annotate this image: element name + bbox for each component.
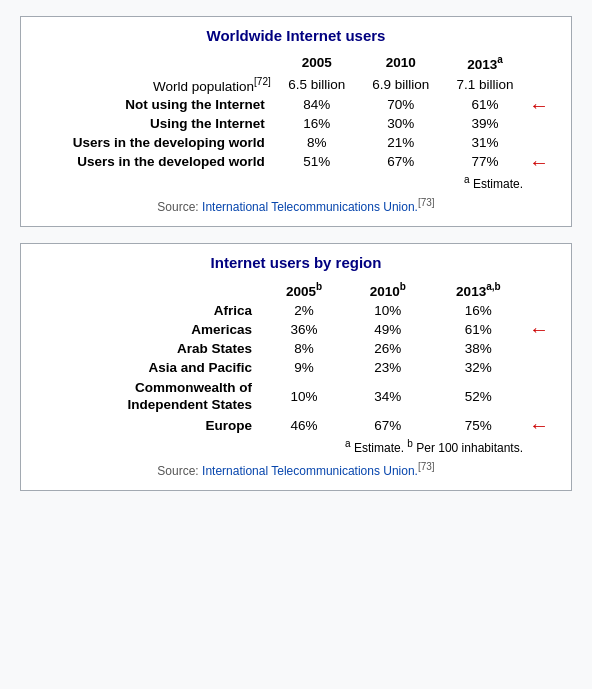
col-2010b: 2010b [346,279,430,301]
table-row: Users in the developed world 51% 67% 77%… [33,152,559,171]
source-row-2: Source: International Telecommunications… [33,457,559,480]
table1-footnote: a Estimate. [33,171,527,193]
worldwide-internet-users-table: Worldwide Internet users 2005 2010 2013a… [20,16,572,227]
footnote-row-2: a Estimate. b Per 100 inhabitants. [33,435,559,457]
americas-2005: 36% [262,320,346,339]
arrow-americas: ← [529,318,549,341]
arrow-not-using: ← [529,93,549,116]
col-2010-1: 2010 [359,52,443,74]
asia-2010: 23% [346,358,430,377]
table-row: Africa 2% 10% 16% [33,301,559,320]
table-row: Asia and Pacific 9% 23% 32% [33,358,559,377]
developed-2005: 51% [275,152,359,171]
arrow-developed: ← [529,150,549,173]
developed-2013: 77% [443,152,527,171]
table-row: Not using the Internet 84% 70% 61% ← [33,95,559,114]
world-pop-2005: 6.5 billion [275,74,359,96]
arab-2010: 26% [346,339,430,358]
world-pop-2010: 6.9 billion [359,74,443,96]
col-2005-1: 2005 [275,52,359,74]
cis-2013: 52% [430,377,527,416]
developing-2013: 31% [443,133,527,152]
developing-label: Users in the developing world [33,133,275,152]
table2-source-link[interactable]: International Telecommunications Union. [202,464,418,478]
table-row: Users in the developing world 8% 21% 31% [33,133,559,152]
developing-2010: 21% [359,133,443,152]
using-2013: 39% [443,114,527,133]
not-using-2005: 84% [275,95,359,114]
cis-label: Commonwealth ofIndependent States [33,377,262,416]
table-row: Europe 46% 67% 75% ← [33,416,559,435]
world-pop-label: World population[72] [33,74,275,96]
col-empty-2 [33,279,262,301]
asia-2013: 32% [430,358,527,377]
europe-2013: 75% [430,416,527,435]
arab-2005: 8% [262,339,346,358]
not-using-2010: 70% [359,95,443,114]
col-2013ab: 2013a,b [430,279,527,301]
table-row: Americas 36% 49% 61% ← [33,320,559,339]
footnote-row: a Estimate. [33,171,559,193]
asia-pacific-label: Asia and Pacific [33,358,262,377]
developed-label: Users in the developed world [33,152,275,171]
col-2005b: 2005b [262,279,346,301]
developed-2010: 67% [359,152,443,171]
col-empty-1 [33,52,275,74]
europe-label: Europe [33,416,262,435]
arab-2013: 38% [430,339,527,358]
developing-2005: 8% [275,133,359,152]
world-pop-2013: 7.1 billion [443,74,527,96]
africa-2013: 16% [430,301,527,320]
table1: 2005 2010 2013a World population[72] 6.5… [33,52,559,216]
cis-2010: 34% [346,377,430,416]
using-label: Using the Internet [33,114,275,133]
table1-source-link[interactable]: International Telecommunications Union. [202,200,418,214]
not-using-2013: 61% [443,95,527,114]
americas-2013: 61% [430,320,527,339]
europe-2005: 46% [262,416,346,435]
europe-2010: 67% [346,416,430,435]
arab-states-label: Arab States [33,339,262,358]
table2-source: Source: International Telecommunications… [33,457,559,480]
table2-title: Internet users by region [33,254,559,271]
table-row: World population[72] 6.5 billion 6.9 bil… [33,74,559,96]
col-2013-1: 2013a [443,52,527,74]
table-row: Commonwealth ofIndependent States 10% 34… [33,377,559,416]
americas-2010: 49% [346,320,430,339]
table-row: Using the Internet 16% 30% 39% [33,114,559,133]
using-2010: 30% [359,114,443,133]
using-2005: 16% [275,114,359,133]
table2: 2005b 2010b 2013a,b Africa 2% 10% 16% Am… [33,279,559,480]
source-row-1: Source: International Telecommunications… [33,193,559,216]
table-row: Arab States 8% 26% 38% [33,339,559,358]
table1-source: Source: International Telecommunications… [33,193,559,216]
not-using-label: Not using the Internet [33,95,275,114]
table1-title: Worldwide Internet users [33,27,559,44]
africa-2005: 2% [262,301,346,320]
africa-2010: 10% [346,301,430,320]
africa-label: Africa [33,301,262,320]
americas-label: Americas [33,320,262,339]
table2-footnote: a Estimate. b Per 100 inhabitants. [33,435,527,457]
arrow-europe: ← [529,414,549,437]
cis-2005: 10% [262,377,346,416]
internet-users-by-region-table: Internet users by region 2005b 2010b 201… [20,243,572,491]
asia-2005: 9% [262,358,346,377]
